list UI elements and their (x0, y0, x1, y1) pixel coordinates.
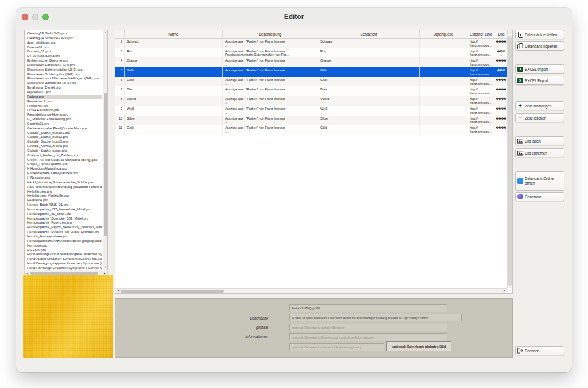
cell-datenquelle[interactable] (420, 77, 467, 87)
list-item[interactable]: Eliminieren Schimmelpilze (JH3).pro (27, 68, 102, 72)
cell-name[interactable]: Violett (125, 96, 223, 106)
cell-datenquelle[interactable] (420, 116, 467, 125)
list-item[interactable]: Homoeopathie_177_bewaehrte_Mittel.pro (27, 208, 102, 212)
table-row[interactable]: 5 Gelb Auszüge aus : "Farben" von Franz … (115, 67, 507, 77)
cell-beschreibung[interactable]: Auszüge aus : "Farben" von Franz Immoos.… (223, 116, 318, 125)
table-row[interactable]: 10 Silber Auszüge aus : "Farben" von Fra… (115, 116, 507, 125)
cell-bild[interactable]: ���� (494, 39, 508, 48)
scroll-up-icon[interactable]: ▲ (508, 30, 513, 35)
col-externer-link[interactable]: Externer Link (467, 30, 494, 38)
cell-externer-link[interactable]: http://franz.immoos... (467, 67, 494, 77)
cell-externer-link[interactable]: http://franz.immoos... (467, 39, 494, 48)
list-item[interactable]: Gastritis01.pro (27, 122, 102, 126)
table-row[interactable]: 11 Gold Auszüge aus : "Farben" von Franz… (115, 125, 507, 135)
list-item[interactable]: Hund Augen Ursachen Symptome(Connie Mo.)… (27, 257, 102, 262)
cell-datenquelle[interactable] (420, 125, 467, 135)
list-item[interactable]: Globale_Suche_hund3.pro (27, 140, 102, 144)
cell-beschreibung[interactable]: Auszüge aus : "Farben" von Franz Immoos.… (223, 96, 318, 106)
list-item[interactable]: G_Grabovoi Erweiterung.pro (27, 117, 102, 122)
list-item[interactable]: Heilpflanzen_Vitalstoffe.pro (27, 194, 102, 198)
cell-bild[interactable]: ���� (494, 77, 508, 87)
list-item[interactable]: Heilpflanzen.pro (27, 190, 102, 194)
cell-name[interactable]: Gold (125, 125, 223, 135)
list-item[interactable]: Globale_Suche_hund4.pro (27, 144, 102, 149)
list-item[interactable]: Clearing33 Stall (JH3).pro (27, 32, 102, 36)
scroll-left-icon[interactable]: ◀ (115, 289, 121, 293)
cell-datenquelle[interactable] (420, 57, 467, 67)
cell-sendetext[interactable]: Orange (318, 57, 420, 67)
table-row[interactable]: 8 Violett Auszüge aus : "Farben" von Fra… (115, 96, 507, 106)
col-datenquelle[interactable]: Datenquelle (420, 30, 467, 38)
cell-bild[interactable]: ���� (494, 86, 508, 96)
col-bild[interactable]: Bild (494, 30, 508, 38)
cell-beschreibung[interactable]: Auszüge aus : "Farben" von Franz Immoos.… (223, 57, 318, 67)
list-item[interactable]: Freundesbonus-Hoeho.pro (27, 113, 102, 117)
cell-bild[interactable]: ���� (494, 57, 508, 67)
list-item[interactable]: Homöo_Hausapotheke.pro (27, 235, 102, 239)
list-item[interactable]: Homoeopathie_Boericke_689_Mittel.pro (27, 217, 102, 221)
list-item[interactable]: Hund Harnwege Ursachen Symptome ( Connie… (27, 266, 102, 270)
db-internal-link-input[interactable] (289, 343, 384, 351)
scroll-up-icon[interactable]: ▲ (103, 30, 108, 35)
cell-beschreibung[interactable]: Auszüge aus : "Farben" von Franz Immoos.… (223, 106, 318, 116)
cell-datenquelle[interactable] (420, 96, 467, 106)
cell-beschreibung[interactable]: Auszüge aus : "Farben" von Franz ImmoosP… (223, 48, 318, 58)
cell-datenquelle[interactable] (420, 67, 467, 77)
cell-name[interactable]: Blau (125, 86, 223, 96)
file-list[interactable]: Clearing33 Stall (JH3).proClearing34 Sch… (24, 30, 108, 270)
table-hscroll-thumb[interactable] (121, 290, 224, 293)
list-item[interactable]: Homes_Bach_NNS_01.pro (27, 203, 102, 208)
cell-beschreibung[interactable]: Auszüge aus : "Farben" von Franz Immoos.… (223, 77, 318, 87)
table-row[interactable]: 4 Orange Auszüge aus : "Farben" von Fran… (115, 57, 507, 67)
cell-datenquelle[interactable] (420, 106, 467, 116)
col-beschreibung[interactable]: Beschreibung (223, 30, 318, 38)
col-name[interactable]: Name (125, 30, 223, 38)
db-global-text-input[interactable] (289, 314, 462, 321)
excel-export-button[interactable]: X EXCEL Export (515, 76, 564, 85)
list-item[interactable]: Fernseher 2.pro (27, 99, 102, 104)
list-item[interactable]: Grippe_Homoeopathie.pro (27, 162, 102, 167)
cell-name[interactable]: Gelb (125, 67, 223, 77)
list-item[interactable]: espresso01.pro (27, 90, 102, 95)
cell-datenquelle[interactable] (420, 48, 467, 58)
list-item[interactable]: dani_erkältung.pro (27, 41, 102, 45)
cell-sendetext[interactable]: Grün (318, 77, 420, 87)
cell-bild[interactable]: �PNG... (494, 67, 508, 77)
cell-sendetext[interactable]: Weiß (318, 106, 420, 116)
db-global-owner-input[interactable] (289, 324, 447, 331)
list-item[interactable]: Homoeopathie_60_Mittel.pro (27, 212, 102, 217)
open-database-folder-button[interactable]: Datenbank Ordner öffnen (515, 171, 564, 191)
db-global-title-input[interactable] (289, 304, 447, 312)
list-item[interactable]: Hormone.pro (27, 244, 102, 248)
cell-sendetext[interactable]: Rot (318, 48, 420, 58)
list-item[interactable]: Hund Atmungs-und Kreislauforgane Ursache… (27, 252, 102, 257)
zoom-icon[interactable] (42, 14, 49, 20)
load-image-button[interactable]: Bild laden (515, 136, 564, 145)
quit-button[interactable]: Beenden (515, 346, 564, 355)
list-item[interactable]: FP 01 Edelsteinfr.pro (27, 108, 102, 113)
scroll-right-icon[interactable]: ▶ (502, 289, 507, 293)
list-item[interactable]: Homöopathische Arzneimittel Bewegungsapp… (27, 239, 102, 244)
list-item[interactable]: Eliminieren Zahnbelag (JH3).pro (27, 81, 102, 86)
table-row[interactable]: 9 Weiß Auszüge aus : "Farben" von Franz … (115, 106, 507, 116)
cell-externer-link[interactable]: http://franz.immoos... (467, 48, 494, 58)
table-hscrollbar[interactable]: ◀ ▶ (115, 288, 507, 293)
list-item[interactable]: Hackl_Monnica_Schamanische_Schlös.pro (27, 180, 102, 185)
cell-sendetext[interactable]: Gold (318, 125, 420, 135)
close-icon[interactable] (22, 14, 28, 20)
excel-import-button[interactable]: X EXCEL Import (515, 64, 564, 74)
cell-externer-link[interactable]: http://franz.immoos... (467, 106, 494, 116)
cell-beschreibung[interactable]: Auszüge aus : "Farben" von Franz Immoos.… (223, 125, 318, 135)
cell-sendetext[interactable]: Silber (318, 116, 420, 125)
copy-database-button[interactable]: Datenbank kopieren (515, 41, 564, 51)
list-item[interactable]: Farben.pro (27, 95, 102, 99)
list-item[interactable]: HS FMS.pro (27, 248, 102, 253)
list-item[interactable]: Domain_01.pro (27, 49, 102, 54)
list-item[interactable]: Green - A Field Guide to Marijuana (Beng… (27, 158, 102, 163)
cell-externer-link[interactable]: http://franz.immoos... (467, 96, 494, 106)
list-item[interactable]: Einheimische_Baeume.pro (27, 59, 102, 63)
cell-bild[interactable]: ���� (494, 106, 508, 116)
list-item[interactable]: Globale_Suche_hund2.pro (27, 135, 102, 140)
table-vscroll-thumb[interactable] (508, 36, 512, 286)
cell-sendetext[interactable]: Violett (318, 96, 420, 106)
